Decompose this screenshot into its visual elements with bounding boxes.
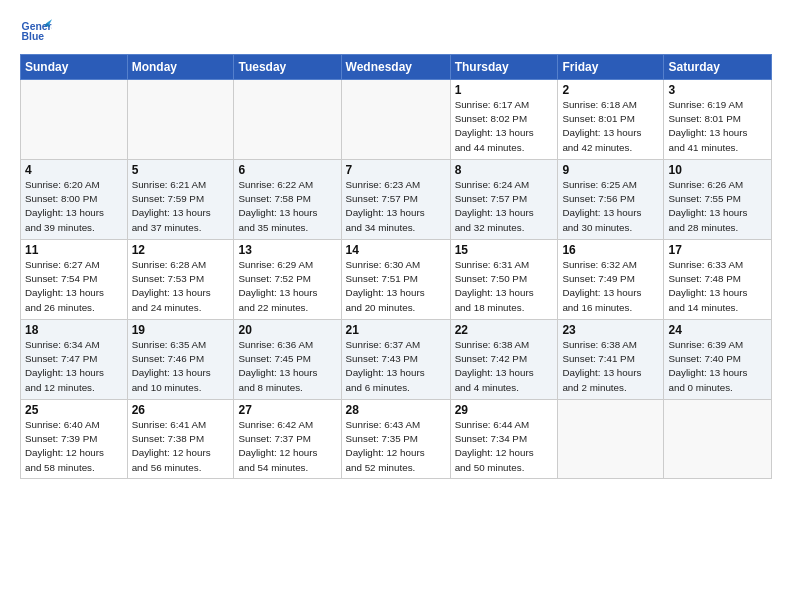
day-number: 11 — [25, 243, 123, 257]
day-info: Sunrise: 6:38 AM Sunset: 7:41 PM Dayligh… — [562, 338, 659, 395]
day-number: 15 — [455, 243, 554, 257]
calendar-cell: 9Sunrise: 6:25 AM Sunset: 7:56 PM Daylig… — [558, 160, 664, 240]
calendar-cell: 14Sunrise: 6:30 AM Sunset: 7:51 PM Dayli… — [341, 240, 450, 320]
day-info: Sunrise: 6:18 AM Sunset: 8:01 PM Dayligh… — [562, 98, 659, 155]
weekday-header-wednesday: Wednesday — [341, 55, 450, 80]
day-number: 20 — [238, 323, 336, 337]
day-info: Sunrise: 6:17 AM Sunset: 8:02 PM Dayligh… — [455, 98, 554, 155]
calendar-cell: 8Sunrise: 6:24 AM Sunset: 7:57 PM Daylig… — [450, 160, 558, 240]
day-info: Sunrise: 6:22 AM Sunset: 7:58 PM Dayligh… — [238, 178, 336, 235]
day-info: Sunrise: 6:24 AM Sunset: 7:57 PM Dayligh… — [455, 178, 554, 235]
week-row-2: 4Sunrise: 6:20 AM Sunset: 8:00 PM Daylig… — [21, 160, 772, 240]
logo-icon: General Blue — [20, 16, 52, 48]
calendar-cell: 7Sunrise: 6:23 AM Sunset: 7:57 PM Daylig… — [341, 160, 450, 240]
week-row-5: 25Sunrise: 6:40 AM Sunset: 7:39 PM Dayli… — [21, 400, 772, 479]
day-info: Sunrise: 6:20 AM Sunset: 8:00 PM Dayligh… — [25, 178, 123, 235]
day-info: Sunrise: 6:31 AM Sunset: 7:50 PM Dayligh… — [455, 258, 554, 315]
calendar-cell — [341, 80, 450, 160]
day-info: Sunrise: 6:39 AM Sunset: 7:40 PM Dayligh… — [668, 338, 767, 395]
calendar-cell: 3Sunrise: 6:19 AM Sunset: 8:01 PM Daylig… — [664, 80, 772, 160]
day-info: Sunrise: 6:42 AM Sunset: 7:37 PM Dayligh… — [238, 418, 336, 475]
calendar-cell: 20Sunrise: 6:36 AM Sunset: 7:45 PM Dayli… — [234, 320, 341, 400]
day-number: 9 — [562, 163, 659, 177]
calendar-cell: 19Sunrise: 6:35 AM Sunset: 7:46 PM Dayli… — [127, 320, 234, 400]
day-number: 21 — [346, 323, 446, 337]
calendar-cell: 23Sunrise: 6:38 AM Sunset: 7:41 PM Dayli… — [558, 320, 664, 400]
day-info: Sunrise: 6:27 AM Sunset: 7:54 PM Dayligh… — [25, 258, 123, 315]
day-number: 7 — [346, 163, 446, 177]
day-number: 2 — [562, 83, 659, 97]
day-info: Sunrise: 6:36 AM Sunset: 7:45 PM Dayligh… — [238, 338, 336, 395]
day-info: Sunrise: 6:43 AM Sunset: 7:35 PM Dayligh… — [346, 418, 446, 475]
calendar-cell — [127, 80, 234, 160]
day-number: 19 — [132, 323, 230, 337]
day-info: Sunrise: 6:44 AM Sunset: 7:34 PM Dayligh… — [455, 418, 554, 475]
week-row-3: 11Sunrise: 6:27 AM Sunset: 7:54 PM Dayli… — [21, 240, 772, 320]
day-info: Sunrise: 6:41 AM Sunset: 7:38 PM Dayligh… — [132, 418, 230, 475]
day-number: 22 — [455, 323, 554, 337]
calendar: SundayMondayTuesdayWednesdayThursdayFrid… — [20, 54, 772, 479]
day-number: 4 — [25, 163, 123, 177]
calendar-cell: 2Sunrise: 6:18 AM Sunset: 8:01 PM Daylig… — [558, 80, 664, 160]
header: General Blue — [20, 16, 772, 48]
day-number: 3 — [668, 83, 767, 97]
calendar-cell: 15Sunrise: 6:31 AM Sunset: 7:50 PM Dayli… — [450, 240, 558, 320]
day-number: 28 — [346, 403, 446, 417]
day-number: 5 — [132, 163, 230, 177]
calendar-cell: 6Sunrise: 6:22 AM Sunset: 7:58 PM Daylig… — [234, 160, 341, 240]
calendar-cell: 25Sunrise: 6:40 AM Sunset: 7:39 PM Dayli… — [21, 400, 128, 479]
calendar-cell: 4Sunrise: 6:20 AM Sunset: 8:00 PM Daylig… — [21, 160, 128, 240]
day-number: 25 — [25, 403, 123, 417]
day-number: 14 — [346, 243, 446, 257]
day-number: 16 — [562, 243, 659, 257]
weekday-header-monday: Monday — [127, 55, 234, 80]
day-info: Sunrise: 6:37 AM Sunset: 7:43 PM Dayligh… — [346, 338, 446, 395]
day-info: Sunrise: 6:23 AM Sunset: 7:57 PM Dayligh… — [346, 178, 446, 235]
weekday-header-thursday: Thursday — [450, 55, 558, 80]
day-info: Sunrise: 6:32 AM Sunset: 7:49 PM Dayligh… — [562, 258, 659, 315]
day-number: 29 — [455, 403, 554, 417]
calendar-cell: 13Sunrise: 6:29 AM Sunset: 7:52 PM Dayli… — [234, 240, 341, 320]
calendar-cell: 22Sunrise: 6:38 AM Sunset: 7:42 PM Dayli… — [450, 320, 558, 400]
weekday-header-sunday: Sunday — [21, 55, 128, 80]
weekday-header-friday: Friday — [558, 55, 664, 80]
day-number: 24 — [668, 323, 767, 337]
day-number: 27 — [238, 403, 336, 417]
weekday-header-row: SundayMondayTuesdayWednesdayThursdayFrid… — [21, 55, 772, 80]
day-info: Sunrise: 6:25 AM Sunset: 7:56 PM Dayligh… — [562, 178, 659, 235]
day-info: Sunrise: 6:26 AM Sunset: 7:55 PM Dayligh… — [668, 178, 767, 235]
day-info: Sunrise: 6:29 AM Sunset: 7:52 PM Dayligh… — [238, 258, 336, 315]
day-number: 13 — [238, 243, 336, 257]
calendar-cell: 27Sunrise: 6:42 AM Sunset: 7:37 PM Dayli… — [234, 400, 341, 479]
day-number: 18 — [25, 323, 123, 337]
logo: General Blue — [20, 16, 52, 48]
weekday-header-tuesday: Tuesday — [234, 55, 341, 80]
page: General Blue SundayMondayTuesdayWednesda… — [0, 0, 792, 489]
calendar-cell: 26Sunrise: 6:41 AM Sunset: 7:38 PM Dayli… — [127, 400, 234, 479]
day-number: 10 — [668, 163, 767, 177]
week-row-4: 18Sunrise: 6:34 AM Sunset: 7:47 PM Dayli… — [21, 320, 772, 400]
day-number: 1 — [455, 83, 554, 97]
week-row-1: 1Sunrise: 6:17 AM Sunset: 8:02 PM Daylig… — [21, 80, 772, 160]
svg-text:Blue: Blue — [22, 31, 45, 42]
day-number: 26 — [132, 403, 230, 417]
day-info: Sunrise: 6:38 AM Sunset: 7:42 PM Dayligh… — [455, 338, 554, 395]
calendar-cell: 10Sunrise: 6:26 AM Sunset: 7:55 PM Dayli… — [664, 160, 772, 240]
day-info: Sunrise: 6:34 AM Sunset: 7:47 PM Dayligh… — [25, 338, 123, 395]
calendar-cell: 5Sunrise: 6:21 AM Sunset: 7:59 PM Daylig… — [127, 160, 234, 240]
day-info: Sunrise: 6:30 AM Sunset: 7:51 PM Dayligh… — [346, 258, 446, 315]
day-info: Sunrise: 6:21 AM Sunset: 7:59 PM Dayligh… — [132, 178, 230, 235]
calendar-cell: 21Sunrise: 6:37 AM Sunset: 7:43 PM Dayli… — [341, 320, 450, 400]
day-number: 17 — [668, 243, 767, 257]
calendar-cell: 1Sunrise: 6:17 AM Sunset: 8:02 PM Daylig… — [450, 80, 558, 160]
calendar-cell: 11Sunrise: 6:27 AM Sunset: 7:54 PM Dayli… — [21, 240, 128, 320]
calendar-cell — [234, 80, 341, 160]
weekday-header-saturday: Saturday — [664, 55, 772, 80]
calendar-cell: 24Sunrise: 6:39 AM Sunset: 7:40 PM Dayli… — [664, 320, 772, 400]
calendar-cell: 12Sunrise: 6:28 AM Sunset: 7:53 PM Dayli… — [127, 240, 234, 320]
day-number: 23 — [562, 323, 659, 337]
calendar-cell — [558, 400, 664, 479]
day-info: Sunrise: 6:40 AM Sunset: 7:39 PM Dayligh… — [25, 418, 123, 475]
day-info: Sunrise: 6:33 AM Sunset: 7:48 PM Dayligh… — [668, 258, 767, 315]
day-number: 8 — [455, 163, 554, 177]
